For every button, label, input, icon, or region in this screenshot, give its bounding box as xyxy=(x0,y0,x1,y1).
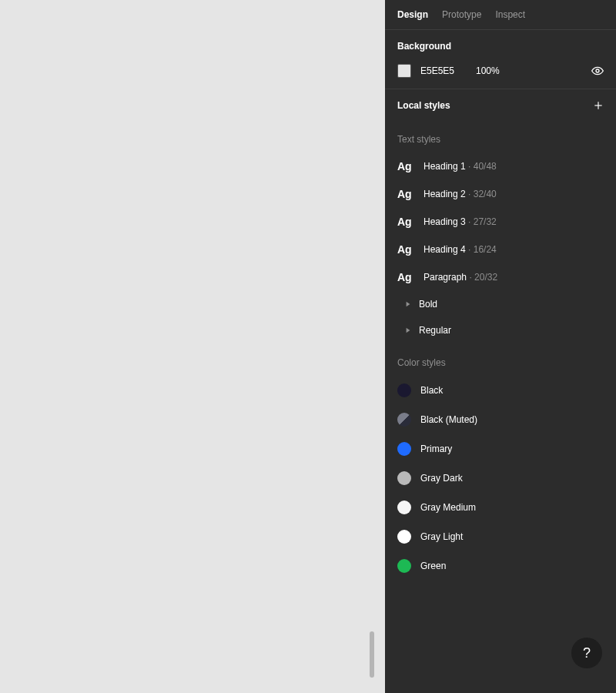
local-styles-title: Local styles xyxy=(397,100,450,111)
ag-icon: Ag xyxy=(397,271,414,283)
text-style-row[interactable]: AgHeading 2 · 32/40 xyxy=(397,180,604,208)
text-style-child-label: Bold xyxy=(419,299,437,310)
text-style-name: Heading 4 xyxy=(424,244,466,255)
text-style-row[interactable]: AgHeading 3 · 27/32 xyxy=(397,208,604,236)
background-hex-input[interactable]: E5E5E5 xyxy=(420,65,467,76)
text-style-name: Heading 2 xyxy=(424,189,466,199)
text-style-name: Paragraph xyxy=(424,272,467,283)
color-swatch xyxy=(397,559,411,573)
add-style-icon[interactable] xyxy=(593,100,604,111)
color-swatch xyxy=(397,471,411,485)
color-style-row[interactable]: Green xyxy=(397,551,604,581)
color-style-label: Primary xyxy=(420,444,452,454)
color-style-label: Gray Medium xyxy=(420,502,476,513)
color-swatch xyxy=(397,413,411,427)
color-style-label: Black (Muted) xyxy=(420,414,477,425)
local-styles-section: Local styles xyxy=(385,89,616,111)
background-fill-row[interactable]: E5E5E5 100% xyxy=(397,64,604,78)
color-swatch xyxy=(397,383,411,397)
color-style-row[interactable]: Gray Dark xyxy=(397,464,604,493)
svg-marker-4 xyxy=(407,328,410,333)
ag-icon: Ag xyxy=(397,188,414,200)
text-style-child-row[interactable]: Bold xyxy=(397,291,604,317)
canvas-scrollbar[interactable] xyxy=(370,631,374,678)
svg-point-0 xyxy=(596,69,599,72)
color-swatch xyxy=(397,442,411,456)
tab-prototype[interactable]: Prototype xyxy=(442,9,481,20)
color-swatch xyxy=(397,530,411,544)
ag-icon: Ag xyxy=(397,160,414,172)
background-section: Background E5E5E5 100% xyxy=(385,30,616,89)
text-style-meta: · 40/48 xyxy=(468,161,497,172)
color-styles-heading: Color styles xyxy=(397,357,604,368)
color-swatch xyxy=(397,500,411,514)
canvas-area[interactable] xyxy=(0,0,385,693)
help-button[interactable]: ? xyxy=(571,638,602,668)
text-style-name: Heading 3 xyxy=(424,216,466,227)
text-styles-heading: Text styles xyxy=(397,134,604,145)
color-style-label: Green xyxy=(420,561,446,571)
ag-icon: Ag xyxy=(397,243,414,256)
color-style-row[interactable]: Black (Muted) xyxy=(397,405,604,434)
text-style-meta: · 32/40 xyxy=(468,189,497,199)
color-style-row[interactable]: Primary xyxy=(397,434,604,464)
text-style-meta: · 16/24 xyxy=(468,244,497,255)
chevron-right-icon xyxy=(405,301,411,307)
background-swatch[interactable] xyxy=(397,64,411,78)
help-icon: ? xyxy=(583,645,591,661)
color-style-row[interactable]: Gray Medium xyxy=(397,493,604,522)
text-style-row[interactable]: AgHeading 1 · 40/48 xyxy=(397,152,604,180)
tab-inspect[interactable]: Inspect xyxy=(495,9,525,20)
color-style-label: Black xyxy=(420,385,443,396)
background-title: Background xyxy=(397,41,604,52)
text-style-child-row[interactable]: Regular xyxy=(397,317,604,343)
text-style-name: Heading 1 xyxy=(424,161,466,172)
text-style-row[interactable]: AgParagraph · 20/32 xyxy=(397,263,604,291)
ag-icon: Ag xyxy=(397,216,414,228)
text-style-row[interactable]: AgHeading 4 · 16/24 xyxy=(397,236,604,263)
color-style-row[interactable]: Black xyxy=(397,376,604,405)
color-style-label: Gray Light xyxy=(420,531,463,542)
inspector-panel: Design Prototype Inspect Background E5E5… xyxy=(385,0,616,693)
color-style-label: Gray Dark xyxy=(420,473,463,484)
styles-body: Text styles AgHeading 1 · 40/48AgHeading… xyxy=(385,111,616,611)
visibility-toggle-icon[interactable] xyxy=(591,65,604,77)
text-style-meta: · 20/32 xyxy=(469,272,497,283)
color-style-row[interactable]: Gray Light xyxy=(397,522,604,551)
text-style-child-label: Regular xyxy=(419,325,451,336)
tab-design[interactable]: Design xyxy=(397,9,428,20)
chevron-right-icon xyxy=(405,327,411,333)
svg-marker-3 xyxy=(407,302,410,306)
panel-tabs: Design Prototype Inspect xyxy=(385,0,616,30)
text-style-meta: · 27/32 xyxy=(468,216,497,227)
background-opacity-input[interactable]: 100% xyxy=(476,65,514,76)
